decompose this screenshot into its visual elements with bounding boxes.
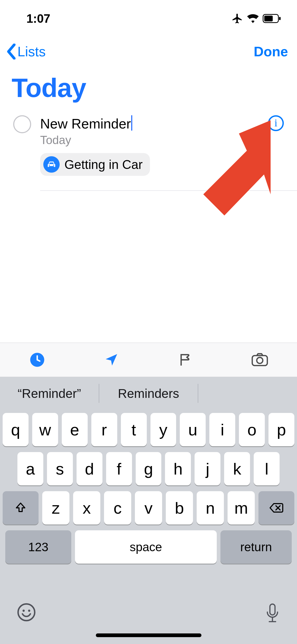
key-r[interactable]: r <box>91 413 117 446</box>
location-chip-label: Getting in Car <box>64 157 143 172</box>
status-bar: 1:07 <box>0 0 297 34</box>
microphone-icon <box>265 603 280 624</box>
info-icon: i <box>274 117 277 129</box>
reminders-list: New Reminder Today Getting in Car i <box>0 111 297 186</box>
key-s[interactable]: s <box>47 452 73 485</box>
location-chip[interactable]: Getting in Car <box>40 153 150 176</box>
battery-icon <box>263 14 281 23</box>
key-return[interactable]: return <box>220 530 292 564</box>
camera-toolbar-button[interactable] <box>250 350 269 369</box>
shift-icon <box>14 502 27 514</box>
key-b[interactable]: b <box>166 491 193 525</box>
key-e[interactable]: e <box>62 413 88 446</box>
nav-bar: Lists Done <box>0 40 297 63</box>
suggestion-1[interactable]: Reminders <box>99 386 198 401</box>
svg-point-7 <box>18 604 35 621</box>
key-f[interactable]: f <box>106 452 132 485</box>
key-x[interactable]: x <box>73 491 100 525</box>
keyboard-row-3: z x c v b n m <box>3 491 294 525</box>
info-button[interactable]: i <box>268 115 284 131</box>
done-button[interactable]: Done <box>254 44 288 59</box>
key-a[interactable]: a <box>17 452 43 485</box>
keyboard-suggestions: “Reminder” Reminders <box>0 377 297 410</box>
delete-icon <box>269 503 284 513</box>
key-g[interactable]: g <box>136 452 162 485</box>
key-z[interactable]: z <box>42 491 69 525</box>
svg-rect-2 <box>279 17 281 20</box>
key-v[interactable]: v <box>135 491 162 525</box>
reminder-quick-toolbar <box>0 343 297 377</box>
suggestion-0[interactable]: “Reminder” <box>0 386 99 401</box>
reminder-title-text: New Reminder <box>40 116 131 131</box>
back-button[interactable]: Lists <box>6 44 46 59</box>
reminder-row[interactable]: New Reminder Today Getting in Car i <box>0 111 297 186</box>
key-d[interactable]: d <box>77 452 102 485</box>
text-cursor <box>131 115 132 131</box>
svg-point-6 <box>257 357 263 364</box>
keyboard-row-4: 123 space return <box>3 530 294 564</box>
key-m[interactable]: m <box>228 491 255 525</box>
status-right-cluster <box>232 13 281 24</box>
car-icon <box>43 156 60 173</box>
svg-rect-10 <box>270 604 275 615</box>
key-w[interactable]: w <box>32 413 58 446</box>
suggestion-divider <box>198 384 198 403</box>
reminder-checkbox[interactable] <box>13 115 31 133</box>
key-j[interactable]: j <box>195 452 220 485</box>
back-label: Lists <box>17 44 46 59</box>
time-toolbar-button[interactable] <box>28 350 47 369</box>
chevron-left-icon <box>6 44 16 59</box>
flag-icon <box>178 352 193 367</box>
key-o[interactable]: o <box>239 413 265 446</box>
key-u[interactable]: u <box>180 413 206 446</box>
airplane-mode-icon <box>232 13 243 24</box>
key-shift[interactable] <box>3 491 39 525</box>
svg-point-8 <box>22 610 25 612</box>
wifi-icon <box>247 14 259 23</box>
clock-icon <box>30 352 45 367</box>
key-c[interactable]: c <box>104 491 131 525</box>
row-divider <box>40 190 297 191</box>
key-delete[interactable] <box>258 491 294 525</box>
reminder-subtitle: Today <box>40 134 285 147</box>
key-numbers[interactable]: 123 <box>5 530 71 564</box>
key-k[interactable]: k <box>224 452 250 485</box>
reminder-title-input[interactable]: New Reminder <box>40 115 132 132</box>
emoji-button[interactable] <box>17 603 36 623</box>
key-h[interactable]: h <box>165 452 191 485</box>
location-toolbar-button[interactable] <box>102 350 121 369</box>
key-i[interactable]: i <box>209 413 235 446</box>
key-l[interactable]: l <box>254 452 280 485</box>
home-indicator[interactable] <box>96 633 201 637</box>
flag-toolbar-button[interactable] <box>176 350 195 369</box>
page-title: Today <box>12 73 86 103</box>
key-space[interactable]: space <box>75 530 217 564</box>
keyboard-row-2: a s d f g h j k l <box>3 452 294 485</box>
dictation-button[interactable] <box>265 603 280 625</box>
key-n[interactable]: n <box>197 491 224 525</box>
emoji-icon <box>17 603 36 622</box>
key-t[interactable]: t <box>121 413 147 446</box>
keyboard-row-1: q w e r t y u i o p <box>3 413 294 446</box>
camera-icon <box>251 353 268 367</box>
status-time: 1:07 <box>26 11 50 26</box>
key-p[interactable]: p <box>268 413 294 446</box>
keyboard: “Reminder” Reminders q w e r t y u i o p… <box>0 377 297 644</box>
svg-point-9 <box>28 610 30 612</box>
key-y[interactable]: y <box>150 413 176 446</box>
key-q[interactable]: q <box>3 413 29 446</box>
location-arrow-icon <box>104 352 119 367</box>
svg-rect-1 <box>264 16 273 21</box>
